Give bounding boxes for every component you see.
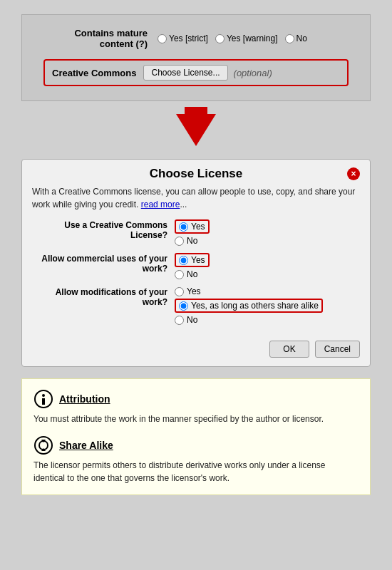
dialog-desc-text: With a Creative Commons license, you can… bbox=[32, 187, 355, 209]
mature-strict-option[interactable]: Yes [strict] bbox=[158, 33, 208, 43]
modifications-share-option[interactable]: Yes, as long as others share alike bbox=[175, 299, 323, 313]
modifications-yes-radio[interactable] bbox=[175, 287, 184, 296]
modifications-yes-option[interactable]: Yes bbox=[175, 286, 323, 296]
modifications-no-label: No bbox=[187, 315, 197, 325]
top-section: Contains mature content (?) Yes [strict]… bbox=[21, 14, 371, 101]
share-alike-heading: Share Alike bbox=[59, 440, 113, 451]
mature-label: Contains mature content (?) bbox=[43, 28, 158, 49]
use-cc-options: Yes No bbox=[175, 219, 210, 246]
dialog-close-button[interactable]: × bbox=[347, 167, 360, 180]
attribution-icon bbox=[33, 389, 53, 409]
use-cc-yes-label: Yes bbox=[191, 222, 205, 232]
use-cc-no-radio[interactable] bbox=[175, 237, 184, 246]
commercial-label: Allow commercial uses of your work? bbox=[32, 253, 175, 274]
mature-no-radio[interactable] bbox=[285, 34, 294, 43]
mature-strict-radio[interactable] bbox=[158, 34, 167, 43]
mature-radio-group: Yes [strict] Yes [warning] No bbox=[158, 33, 307, 43]
mature-no-option[interactable]: No bbox=[285, 33, 307, 43]
creative-commons-row: Creative Commons Choose License... (opti… bbox=[43, 59, 349, 86]
dialog-body: Use a Creative Commons License? Yes No A… bbox=[22, 219, 370, 325]
share-alike-item: Share Alike The licensor permits others … bbox=[33, 435, 359, 484]
mature-warning-radio[interactable] bbox=[215, 34, 225, 43]
svg-point-3 bbox=[35, 437, 52, 454]
ok-button[interactable]: OK bbox=[269, 341, 309, 358]
use-cc-yes-radio[interactable] bbox=[179, 222, 188, 232]
commercial-yes-option[interactable]: Yes bbox=[175, 253, 210, 267]
modifications-no-radio[interactable] bbox=[175, 316, 184, 325]
attribution-text: You must attribute the work in the manne… bbox=[33, 413, 359, 425]
commercial-yes-label: Yes bbox=[191, 255, 205, 265]
dialog-footer: OK Cancel bbox=[22, 332, 370, 366]
dialog-description: With a Creative Commons license, you can… bbox=[22, 185, 370, 219]
mature-warning-option[interactable]: Yes [warning] bbox=[215, 33, 278, 43]
commercial-no-label: No bbox=[187, 269, 197, 279]
modifications-row: Allow modifications of your work? Yes Ye… bbox=[32, 286, 360, 325]
cc-label: Creative Commons bbox=[52, 68, 136, 78]
commercial-row: Allow commercial uses of your work? Yes … bbox=[32, 253, 360, 279]
modifications-share-radio[interactable] bbox=[179, 301, 188, 311]
mature-row: Contains mature content (?) Yes [strict]… bbox=[43, 28, 349, 49]
share-alike-icon bbox=[33, 435, 53, 455]
attribution-item: Attribution You must attribute the work … bbox=[33, 389, 359, 425]
svg-rect-2 bbox=[42, 398, 45, 405]
modifications-yes-label: Yes bbox=[187, 286, 201, 296]
dialog-title: Choose License bbox=[45, 167, 347, 181]
arrow-container bbox=[0, 101, 392, 159]
share-alike-text: The licensor permits others to distribut… bbox=[33, 459, 359, 484]
dialog-header: Choose License × bbox=[22, 160, 370, 185]
choose-license-button[interactable]: Choose License... bbox=[143, 65, 227, 81]
modifications-share-label: Yes, as long as others share alike bbox=[191, 301, 319, 311]
mature-warning-label: Yes [warning] bbox=[227, 33, 278, 43]
read-more-link[interactable]: read more bbox=[141, 200, 180, 209]
info-section: Attribution You must attribute the work … bbox=[21, 378, 371, 495]
choose-license-dialog: Choose License × With a Creative Commons… bbox=[21, 159, 371, 367]
optional-text: (optional) bbox=[234, 68, 272, 78]
attribution-heading: Attribution bbox=[59, 393, 110, 405]
modifications-no-option[interactable]: No bbox=[175, 315, 323, 325]
down-arrow-icon bbox=[176, 114, 216, 146]
modifications-label: Allow modifications of your work? bbox=[32, 286, 175, 307]
use-cc-yes-option[interactable]: Yes bbox=[175, 219, 210, 234]
commercial-no-radio[interactable] bbox=[175, 270, 184, 279]
svg-point-1 bbox=[42, 394, 45, 397]
use-cc-label: Use a Creative Commons License? bbox=[32, 219, 175, 240]
attribution-title-row: Attribution bbox=[33, 389, 359, 409]
mature-strict-label: Yes [strict] bbox=[169, 33, 208, 43]
share-alike-title-row: Share Alike bbox=[33, 435, 359, 455]
mature-no-label: No bbox=[296, 33, 307, 43]
use-cc-no-label: No bbox=[187, 236, 197, 246]
use-cc-no-option[interactable]: No bbox=[175, 236, 210, 246]
use-cc-row: Use a Creative Commons License? Yes No bbox=[32, 219, 360, 246]
cancel-button[interactable]: Cancel bbox=[315, 341, 360, 358]
commercial-options: Yes No bbox=[175, 253, 210, 279]
commercial-yes-radio[interactable] bbox=[179, 256, 188, 265]
dialog-desc-ellipsis: ... bbox=[180, 200, 187, 209]
commercial-no-option[interactable]: No bbox=[175, 269, 210, 279]
modifications-options: Yes Yes, as long as others share alike N… bbox=[175, 286, 323, 325]
